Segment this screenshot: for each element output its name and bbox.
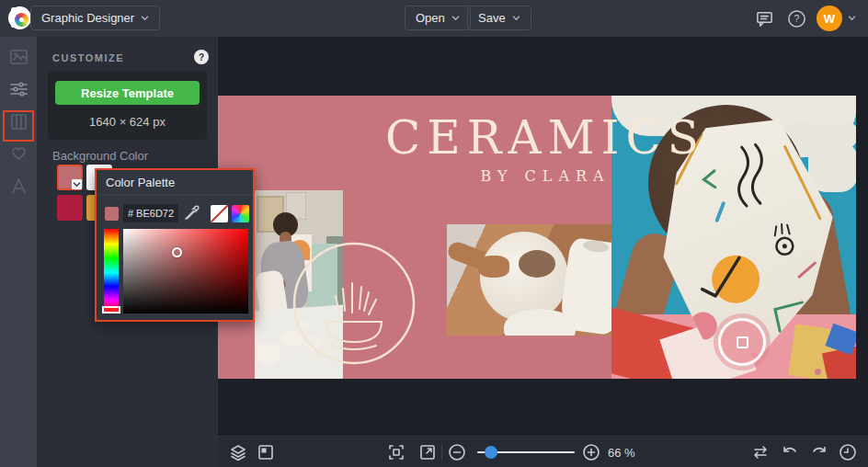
save-button[interactable]: Save (467, 6, 531, 30)
color-palette-title: Color Palette (97, 170, 253, 196)
undo-icon[interactable] (781, 443, 799, 461)
chevron-down-icon (451, 16, 460, 21)
swatch-crimson[interactable] (57, 195, 83, 221)
swatch-selected-pink[interactable] (57, 165, 83, 190)
canvas-title-text: CERAMICS (361, 110, 729, 165)
workspace: CERAMICS BY CLARA (218, 37, 868, 437)
bottom-toolbar: 66 % (218, 436, 868, 467)
toolbar-divider (441, 444, 442, 461)
text-icon sidebar-item-text[interactable] (9, 177, 29, 196)
redo-icon[interactable] (810, 443, 828, 461)
swap-icon[interactable] (751, 443, 770, 461)
layout-icon sidebar-item-layout[interactable] (9, 112, 29, 131)
rainbow-picker-icon[interactable] (232, 205, 249, 222)
svg-text:?: ? (794, 13, 800, 24)
app-menu-button[interactable]: Graphic Designer (30, 6, 160, 30)
background-color-label: Background Color (52, 149, 148, 163)
layers-icon[interactable] (229, 443, 247, 461)
panel-title: CUSTOMIZE (52, 52, 124, 63)
chevron-down-icon (512, 16, 520, 21)
chevron-down-icon[interactable] (848, 16, 856, 21)
hue-slider-handle[interactable] (102, 306, 120, 313)
fit-screen-icon[interactable] (387, 443, 405, 461)
no-color-icon[interactable] (211, 205, 228, 222)
avatar-initial: W (824, 12, 835, 26)
open-label: Open (416, 11, 445, 25)
resize-template-button[interactable]: Resize Template (55, 81, 200, 105)
zoom-in-icon[interactable] (582, 443, 600, 461)
color-palette-popup: Color Palette # BE6D72 (95, 168, 255, 322)
photos-icon sidebar-item-photos[interactable] (9, 48, 29, 67)
app-menu-label: Graphic Designer (41, 11, 134, 25)
resize-section: Resize Template 1640 × 624 px (48, 71, 207, 140)
canvas-manager-icon[interactable] (257, 443, 275, 461)
zoom-out-icon[interactable] (448, 443, 466, 461)
zoom-level-value: 66 % (608, 446, 635, 460)
image-replace-button[interactable] (718, 318, 766, 366)
small-pink-dot (815, 369, 821, 375)
top-bar: Graphic Designer Open Save ? W (0, 0, 868, 37)
square-icon (737, 336, 748, 348)
panel-help-icon[interactable]: ? (194, 50, 209, 64)
tool-sidebar (0, 37, 37, 467)
favorites-icon sidebar-item-favorites[interactable] (9, 143, 29, 163)
save-label: Save (478, 11, 506, 25)
fullscreen-icon[interactable] (418, 443, 437, 461)
design-canvas[interactable]: CERAMICS BY CLARA (218, 96, 856, 379)
customize-icon sidebar-item-customize[interactable] (9, 80, 29, 99)
hue-slider[interactable] (104, 229, 119, 313)
open-button[interactable]: Open (405, 6, 471, 30)
saturation-field[interactable] (123, 229, 248, 313)
history-icon[interactable] (839, 443, 857, 461)
zoom-slider-handle[interactable] (485, 446, 497, 459)
chevron-down-icon (141, 16, 149, 21)
template-dimensions: 1640 × 624 px (48, 115, 207, 129)
befunky-logo-icon[interactable] (7, 6, 31, 30)
graphic-designer-app: Graphic Designer Open Save ? W (0, 0, 868, 467)
canvas-subtitle-text: BY CLARA (361, 167, 729, 185)
photo-hands-vases[interactable] (447, 224, 639, 336)
canvas-headline[interactable]: CERAMICS BY CLARA (361, 110, 729, 185)
current-color-swatch (105, 207, 119, 221)
bowl-logo-graphic[interactable] (291, 241, 417, 366)
eyedropper-icon[interactable] (184, 205, 200, 221)
help-icon[interactable]: ? (787, 9, 806, 28)
chat-icon[interactable] (755, 9, 774, 28)
hex-value-input[interactable]: # BE6D72 (123, 204, 178, 222)
avatar[interactable]: W (817, 6, 842, 31)
swatch-dropdown-icon[interactable] (72, 179, 82, 189)
saturation-picker-handle[interactable] (172, 247, 182, 257)
